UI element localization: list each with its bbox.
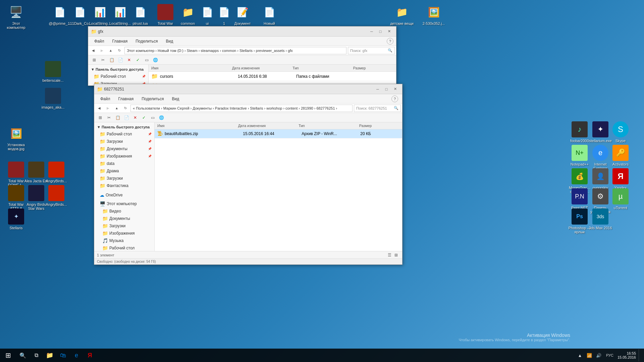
682-tab-share[interactable]: Поделиться <box>138 95 167 103</box>
682-up-button[interactable]: ▲ <box>113 105 120 112</box>
explorer-taskbar-button[interactable]: 📁 <box>43 349 56 362</box>
desktop-icon-this-pc[interactable]: 🖥️ Этот компьютер <box>3 3 30 31</box>
browser-taskbar-button[interactable]: e <box>70 349 83 362</box>
682-path[interactable]: « Пользователи › Маркин Сергей › Докумен… <box>130 105 353 112</box>
682-cut-button[interactable]: ✂ <box>105 114 113 121</box>
682-sidebar-downloads[interactable]: 📁Загрузки📌 <box>94 138 154 145</box>
task-view-button[interactable]: ⧉ <box>30 349 43 362</box>
desktop-icon-angrybirds2[interactable]: AngryBirds... <box>43 184 70 208</box>
682-sidebar-desktop2[interactable]: 📁Рабочий стол <box>94 244 154 251</box>
gfx-cut-button[interactable]: ✂ <box>99 56 107 64</box>
desktop-icon-angrybirds1[interactable]: AngryBirds... <box>43 160 70 184</box>
gfx-back-button[interactable]: ◀ <box>90 47 97 54</box>
desktop-icon-530[interactable]: 🖼️ 2-530x352.j... <box>419 3 449 27</box>
682-tab-file[interactable]: Файл <box>97 95 114 103</box>
tray-network-icon[interactable]: 📶 <box>586 349 593 361</box>
682-search[interactable]: Поиск: 682776251 🔍 <box>354 105 401 112</box>
682-minimize-button[interactable]: ─ <box>373 85 382 93</box>
gfx-paste-button[interactable]: 📄 <box>116 56 124 64</box>
gfx-minimize-button[interactable]: ─ <box>367 27 376 36</box>
system-tray: ▲ 📶 🔊 РУС 16:55 15.05.2016 <box>577 349 644 361</box>
gfx-refresh-button[interactable]: ↻ <box>116 47 123 54</box>
desktop-icon-file5[interactable]: 📄 ptrust.lua <box>127 3 154 27</box>
desktop-icon-ustanovka[interactable]: 🖼️ Установка модов.jpg <box>3 124 30 152</box>
gfx-filelist-header: Имя Дата изменения Тип Размер <box>149 65 396 72</box>
desktop-icon-skype[interactable]: S Skype <box>607 120 634 144</box>
explorer-682-window: 📁 682776251 ─ □ ✕ Файл Главная Поделитьс… <box>94 84 402 265</box>
gfx-maximize-button[interactable]: □ <box>376 27 385 36</box>
desktop-icon-detskie[interactable]: 📁 детские вещи <box>388 3 415 27</box>
682-sidebar-documents[interactable]: 📁Документы📌 <box>94 145 154 153</box>
gfx-help-icon[interactable]: ? <box>387 38 393 45</box>
682-sidebar-video[interactable]: 📁Видео <box>94 207 154 215</box>
gfx-copy-button[interactable]: 📋 <box>108 56 116 64</box>
tray-up-arrow[interactable]: ▲ <box>577 349 583 361</box>
desktop-icon-3dsmax[interactable]: 3ds 3ds Max 2016 <box>587 207 614 231</box>
tray-volume-icon[interactable]: 🔊 <box>595 349 602 361</box>
yandex-taskbar-button[interactable]: Я <box>83 349 97 362</box>
tray-clock[interactable]: 16:55 15.05.2016 <box>618 351 636 359</box>
gfx-tab-home[interactable]: Главная <box>109 38 131 45</box>
gfx-path[interactable]: Этот компьютер › Новый том (D:) › Steam … <box>124 47 346 54</box>
682-sidebar-this-pc[interactable]: 🖥️Этот компьютер <box>94 200 154 207</box>
682-forward-button[interactable]: ▶ <box>104 105 112 112</box>
gfx-close-button[interactable]: ✕ <box>385 27 393 36</box>
gfx-earth-button[interactable]: 🌐 <box>151 56 159 64</box>
gfx-addressbar: ◀ ▶ ▲ ↻ Этот компьютер › Новый том (D:) … <box>88 46 396 55</box>
682-delete-button[interactable]: ✕ <box>131 114 139 121</box>
gfx-titlebar[interactable]: 📁 gfx ─ □ ✕ <box>88 26 396 37</box>
682-help-icon[interactable]: ? <box>391 96 398 102</box>
682-sidebar-images[interactable]: 📁Изображения📌 <box>94 153 154 160</box>
682-sidebar-dl[interactable]: 📁Загрузки <box>94 222 154 230</box>
tray-language[interactable]: РУС <box>605 349 615 361</box>
gfx-tab-share[interactable]: Поделиться <box>132 38 161 45</box>
682-view-list-button[interactable]: ☰ <box>386 252 393 258</box>
682-refresh-button[interactable]: ↻ <box>122 105 129 112</box>
gfx-forward-button[interactable]: ▶ <box>98 47 106 54</box>
682-sidebar-drama[interactable]: 📁Драма <box>94 167 154 175</box>
682-back-button[interactable]: ◀ <box>96 105 103 112</box>
store-taskbar-button[interactable]: 🛍 <box>56 349 70 362</box>
682-sidebar-music[interactable]: 🎵Музыка <box>94 237 154 244</box>
table-row[interactable]: 🗜 beautifulbattles.zip 15.05.2016 16:44 … <box>155 129 402 138</box>
682-sidebar-downloads2[interactable]: 📁Загрузки <box>94 175 154 182</box>
682-quick-access-header: ▼ Панель быстрого доступа <box>94 124 154 130</box>
start-button[interactable]: ⊞ <box>0 349 16 362</box>
682-sidebar-imgs[interactable]: 📁Изображения <box>94 230 154 237</box>
gfx-sidebar-desktop[interactable]: 📁Рабочий стол📌 <box>88 73 148 80</box>
desktop-icon-stellaris[interactable]: ✦ Stellaris <box>3 207 30 231</box>
682-view-icons-button[interactable]: ⊞ <box>393 252 399 258</box>
682-toolbar: ⊞ ✂ 📋 📄 ✕ ✓ ▭ 🌐 <box>94 113 402 122</box>
show-desktop-button[interactable] <box>639 349 641 361</box>
682-tab-home[interactable]: Главная <box>115 95 137 103</box>
gfx-tab-view[interactable]: Вид <box>162 38 176 45</box>
682-sidebar-data[interactable]: 📁data <box>94 160 154 167</box>
gfx-view-grid-button[interactable]: ⊞ <box>90 56 98 64</box>
682-close-button[interactable]: ✕ <box>391 85 399 93</box>
store-taskbar-icon: 🛍 <box>60 352 66 359</box>
682-copy-button[interactable]: 📋 <box>114 114 122 121</box>
table-row[interactable]: 📁 cursors 14.05.2016 6:38 Папка с файлам… <box>149 72 396 81</box>
682-check-button[interactable]: ✓ <box>140 114 148 121</box>
gfx-up-button[interactable]: ▲ <box>107 47 114 54</box>
682-earth-button[interactable]: 🌐 <box>157 114 165 121</box>
gfx-tab-file[interactable]: Файл <box>91 38 108 45</box>
682-maximize-button[interactable]: □ <box>382 85 391 93</box>
desktop-icon-betterscale[interactable]: betterscale... <box>40 60 66 84</box>
682-rename-button[interactable]: ▭ <box>149 114 157 121</box>
682-titlebar[interactable]: 📁 682776251 ─ □ ✕ <box>94 84 402 94</box>
search-button[interactable]: 🔍 <box>16 349 30 362</box>
682-view-grid-button[interactable]: ⊞ <box>96 114 104 121</box>
682-sidebar-onedrive[interactable]: ☁OneDrive <box>94 191 154 199</box>
682-sidebar-fantastika[interactable]: 📁Фантастика <box>94 182 154 189</box>
gfx-delete-button[interactable]: ✕ <box>125 56 133 64</box>
682-paste-button[interactable]: 📄 <box>122 114 130 121</box>
desktop-icon-activators[interactable]: 🔑 Activators <box>607 143 634 168</box>
gfx-check-button[interactable]: ✓ <box>134 56 142 64</box>
desktop-icon-images-aka[interactable]: images_aka... <box>40 86 66 111</box>
gfx-rename-button[interactable]: ▭ <box>143 56 151 64</box>
gfx-search[interactable]: Поиск: gfx 🔍 <box>348 47 395 54</box>
682-sidebar-docs[interactable]: 📁Документы <box>94 215 154 222</box>
682-sidebar-desktop[interactable]: 📁Рабочий стол📌 <box>94 130 154 138</box>
682-tab-view[interactable]: Вид <box>168 95 182 103</box>
